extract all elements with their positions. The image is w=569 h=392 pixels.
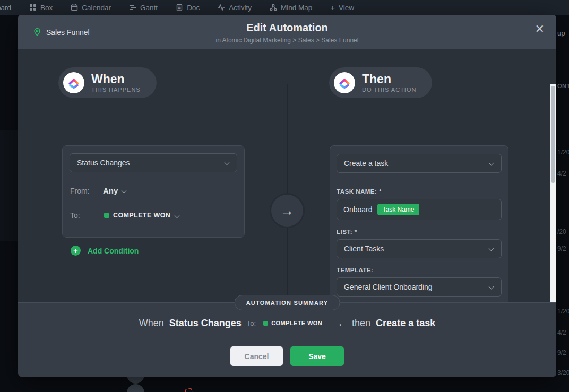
then-subheading: DO THIS ACTION [362,86,416,93]
tab-activity-label: Activity [229,4,252,12]
background-text-fragment: – [557,209,561,216]
activity-icon [218,4,225,11]
tab-activity[interactable]: Activity [218,4,252,12]
summary-when-label: When [139,318,164,329]
background-assignee-placeholder-icon [185,388,193,392]
cancel-button[interactable]: Cancel [230,346,283,366]
task-name-label: TASK NAME: * [337,188,502,195]
box-icon [29,4,37,11]
mind-map-icon [270,4,277,11]
background-date-fragment: 4/2 [557,170,566,177]
then-heading: Then [362,73,416,85]
action-select[interactable]: Create a task [337,154,502,173]
chevron-down-icon [489,161,494,166]
chevron-down-icon [122,188,127,194]
when-then-arrow: → [270,193,305,228]
modal-header: Sales Funnel Edit Automation in Atomic D… [18,15,556,49]
modal-title-block: Edit Automation in Atomic Digital Market… [18,15,556,44]
list-select[interactable]: Client Tasks [337,239,502,258]
to-row: To: COMPLETE WON [70,211,237,220]
scrollbar-thumb[interactable] [551,86,555,183]
clickup-logo-icon [63,72,84,93]
action-select-value: Create a task [344,159,388,168]
doc-icon [176,4,183,11]
list-label: LIST: * [337,229,502,235]
summary-status-value: COMPLETE WON [271,320,322,326]
from-row: From: Any [70,186,237,195]
close-icon[interactable]: ✕ [535,23,545,35]
right-arrow-icon: → [280,203,294,219]
background-date-fragment: 3/20 [557,369,569,377]
screen: oard Box Calendar Gantt Doc Activity Min… [0,0,569,392]
background-text-fragment: – [557,191,561,198]
breadcrumb: in Atomic Digital Marketing > Sales > Sa… [18,37,556,44]
task-name-tag[interactable]: Task Name [377,204,419,215]
background-date-fragment: 4/2 [557,329,566,336]
tab-calendar[interactable]: Calendar [71,4,111,12]
background-date-fragment: 9/2 [557,245,566,252]
trigger-select-value: Status Changes [77,159,130,167]
add-condition-button[interactable]: + Add Condition [71,246,139,256]
when-connector-line [75,98,75,111]
to-status-dropdown[interactable]: COMPLETE WON [104,212,179,219]
chevron-down-icon [489,246,494,251]
task-name-input[interactable]: Onboard Task Name [337,199,502,220]
save-button[interactable]: Save [290,346,344,366]
tab-box[interactable]: Box [29,4,53,12]
task-name-value: Onboard [343,205,372,214]
tab-gantt[interactable]: Gantt [129,4,158,12]
calendar-icon [71,4,78,11]
modal-footer: AUTOMATION SUMMARY When Status Changes T… [18,302,556,377]
tab-gantt-label: Gantt [140,4,158,12]
background-text-fragment: up [557,29,565,37]
template-select[interactable]: General Client Onboarding [337,277,502,297]
background-text-fragment: – [557,125,561,133]
gantt-icon [129,4,136,11]
summary-to-label: To: [247,319,256,327]
then-pill: Then DO THIS ACTION [329,67,432,98]
modal-scrollbar[interactable] [550,84,556,337]
tab-calendar-label: Calendar [82,4,111,12]
status-color-square-icon [104,213,109,218]
tab-board-label: oard [0,4,11,12]
clickup-logo-icon [334,72,355,93]
when-card: Status Changes From: Any To: COMPLETE WO… [62,145,245,238]
summary-status-chip: COMPLETE WON [263,320,322,326]
trigger-select[interactable]: Status Changes [70,153,237,172]
background-right-column: up ONT – – 1/20 4/2 – – /20 9/2 1/20 4/2… [556,15,569,392]
when-subheading: THIS HAPPENS [91,86,141,93]
background-text-fragment: – [557,105,561,112]
to-label: To: [70,211,98,220]
status-color-square-icon [263,321,268,326]
add-view-button[interactable]: + View [330,3,354,12]
to-status-value: COMPLETE WON [113,212,170,219]
background-date-fragment: 1/20 [557,149,569,156]
plus-circle-icon: + [71,246,81,256]
tab-doc[interactable]: Doc [176,4,200,12]
background-date-fragment: /20 [557,228,566,236]
tab-box-label: Box [40,4,53,12]
when-pill: When THIS HAPPENS [58,67,157,98]
summary-action: Create a task [376,318,435,329]
from-value-dropdown[interactable]: Any [103,186,118,195]
from-label: From: [70,187,98,195]
tab-mind-map-label: Mind Map [281,4,312,12]
tab-mind-map[interactable]: Mind Map [270,4,312,12]
tab-doc-label: Doc [187,4,200,12]
when-pill-text: When THIS HAPPENS [91,73,141,93]
when-connector-line [75,204,75,212]
card-divider [330,180,508,180]
template-label: TEMPLATE: [337,267,502,273]
list-select-value: Client Tasks [344,245,384,253]
background-date-fragment: 9/2 [557,349,566,356]
modal-title: Edit Automation [18,22,556,34]
chevron-down-icon [225,160,230,165]
right-arrow-icon: → [333,317,343,329]
background-avatar [127,384,144,392]
tab-board[interactable]: oard [0,4,11,12]
view-tabs-bar: oard Box Calendar Gantt Doc Activity Min… [0,0,569,15]
automation-summary-badge: AUTOMATION SUMMARY [235,295,340,310]
when-heading: When [91,73,141,85]
summary-trigger: Status Changes [169,318,242,329]
plus-icon: + [330,3,335,12]
